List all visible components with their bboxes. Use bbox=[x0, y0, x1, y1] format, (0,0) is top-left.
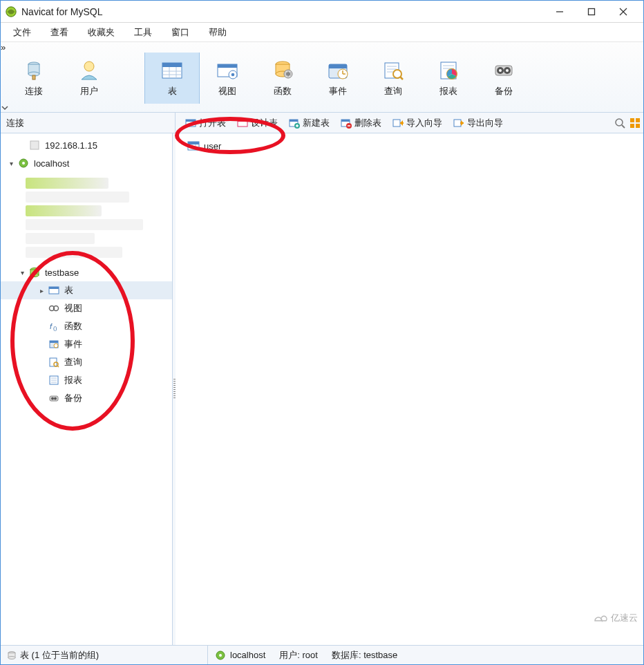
svg-point-93 bbox=[54, 397, 57, 400]
menu-window[interactable]: 窗口 bbox=[162, 24, 199, 41]
tree-connection[interactable]: 192.168.1.15 bbox=[1, 136, 175, 154]
chevron-down-icon[interactable]: ▾ bbox=[6, 160, 16, 167]
tree-node-label: 查询 bbox=[64, 356, 82, 368]
connection-icon bbox=[22, 59, 46, 82]
table-item[interactable]: user bbox=[182, 138, 226, 154]
search-icon[interactable] bbox=[614, 118, 625, 129]
toolbar-overflow-icon[interactable]: » bbox=[1, 42, 6, 53]
svg-point-10 bbox=[84, 62, 94, 71]
svg-line-86 bbox=[57, 366, 59, 367]
new-table-button[interactable]: 新建表 bbox=[283, 115, 335, 131]
chevron-right-icon[interactable]: ▸ bbox=[37, 287, 46, 294]
design-table-button[interactable]: 设计表 bbox=[231, 115, 283, 131]
grid-view-icon[interactable] bbox=[629, 118, 641, 129]
svg-rect-50 bbox=[290, 120, 298, 122]
titlebar: Navicat for MySQL bbox=[1, 1, 643, 23]
tree-node[interactable]: 事件 bbox=[1, 335, 175, 353]
export-wizard-button[interactable]: 导出向导 bbox=[448, 115, 509, 131]
open-table-icon bbox=[185, 118, 196, 129]
tree-node[interactable]: ▸表 bbox=[1, 281, 175, 299]
tree-database[interactable]: ▾ testbase bbox=[1, 263, 175, 281]
menu-view[interactable]: 查看 bbox=[41, 24, 78, 41]
maximize-button[interactable] bbox=[576, 2, 607, 21]
view-icon bbox=[216, 59, 239, 82]
svg-point-103 bbox=[219, 654, 222, 657]
toolbar-report[interactable]: 报表 bbox=[421, 53, 476, 104]
tree-node[interactable]: 查询 bbox=[1, 353, 175, 371]
main-toolbar: 连接 用户 表 视图 bbox=[1, 53, 643, 104]
user-icon bbox=[77, 59, 101, 82]
tree-node-label: 表 bbox=[64, 284, 73, 297]
report-node-icon bbox=[48, 374, 60, 386]
svg-rect-66 bbox=[630, 124, 634, 128]
svg-rect-95 bbox=[188, 142, 199, 144]
design-table-icon bbox=[237, 118, 248, 129]
tree-node[interactable]: 备份 bbox=[1, 389, 175, 407]
toolbar-view[interactable]: 视图 bbox=[200, 53, 255, 104]
toolbar-function[interactable]: 函数 bbox=[255, 53, 310, 104]
svg-rect-82 bbox=[50, 341, 58, 343]
svg-point-20 bbox=[231, 73, 235, 77]
svg-rect-68 bbox=[30, 141, 39, 149]
tree-node-label: 视图 bbox=[64, 302, 82, 315]
svg-point-70 bbox=[22, 162, 25, 165]
svg-rect-75 bbox=[49, 287, 59, 289]
status-host: localhost bbox=[230, 650, 265, 660]
svg-rect-55 bbox=[341, 120, 350, 122]
menu-help[interactable]: 帮助 bbox=[199, 24, 236, 41]
toolbar-dropdown-icon[interactable] bbox=[1, 104, 643, 112]
tree-node[interactable]: f()函数 bbox=[1, 317, 175, 335]
svg-rect-3 bbox=[589, 8, 595, 15]
tree-node-label: 事件 bbox=[64, 338, 82, 350]
tree-node[interactable]: 报表 bbox=[1, 371, 175, 389]
svg-point-62 bbox=[616, 119, 623, 126]
tree-node-label: 报表 bbox=[64, 374, 82, 386]
toolbar-query[interactable]: 查询 bbox=[366, 53, 421, 104]
svg-rect-12 bbox=[162, 63, 182, 67]
table-icon bbox=[187, 140, 200, 152]
toolbar-connection[interactable]: 连接 bbox=[6, 53, 61, 104]
statusbar: 表 (1 位于当前的组) localhost 用户: root 数据库: tes… bbox=[1, 645, 643, 664]
backup-node-icon bbox=[48, 392, 60, 404]
import-wizard-icon bbox=[392, 118, 404, 129]
menu-favorites[interactable]: 收藏夹 bbox=[78, 24, 124, 41]
toolbar-user[interactable]: 用户 bbox=[61, 53, 117, 104]
svg-rect-67 bbox=[636, 124, 640, 128]
toolbar-backup[interactable]: 备份 bbox=[476, 53, 531, 104]
tree-node-label: 函数 bbox=[64, 320, 82, 332]
close-button[interactable] bbox=[607, 2, 639, 21]
connection-panel-header: 连接 bbox=[1, 113, 176, 133]
object-list: user bbox=[176, 133, 643, 645]
status-left-text: 表 (1 位于当前的组) bbox=[20, 649, 99, 662]
open-table-button[interactable]: 打开表 bbox=[180, 115, 231, 131]
query-icon bbox=[381, 59, 405, 82]
app-icon bbox=[5, 6, 17, 18]
svg-line-63 bbox=[622, 125, 625, 128]
svg-line-35 bbox=[400, 77, 403, 79]
svg-point-101 bbox=[8, 656, 15, 659]
query-node-icon bbox=[48, 356, 60, 368]
menu-file[interactable]: 文件 bbox=[3, 24, 41, 41]
fn-node-icon: f() bbox=[48, 320, 60, 332]
toolbar-table[interactable]: 表 bbox=[144, 53, 200, 104]
toolbar-event[interactable]: 事件 bbox=[310, 53, 366, 104]
svg-rect-18 bbox=[218, 64, 237, 68]
tree-node[interactable]: 视图 bbox=[1, 299, 175, 317]
status-database: 数据库: testbase bbox=[332, 649, 397, 662]
svg-rect-65 bbox=[636, 118, 640, 122]
chevron-down-icon[interactable]: ▾ bbox=[17, 269, 27, 277]
watermark: 亿速云 bbox=[593, 612, 638, 624]
svg-point-92 bbox=[51, 397, 54, 400]
export-wizard-icon bbox=[453, 118, 464, 129]
svg-rect-26 bbox=[329, 64, 347, 68]
menubar: 文件 查看 收藏夹 工具 窗口 帮助 bbox=[1, 23, 643, 42]
delete-table-button[interactable]: 删除表 bbox=[335, 115, 387, 131]
import-wizard-button[interactable]: 导入向导 bbox=[387, 115, 448, 131]
server-on-icon bbox=[215, 650, 226, 661]
minimize-button[interactable] bbox=[544, 2, 576, 21]
tree-connection[interactable]: ▾ localhost bbox=[1, 154, 175, 172]
svg-text:(): () bbox=[53, 325, 57, 331]
svg-rect-48 bbox=[238, 120, 247, 122]
menu-tools[interactable]: 工具 bbox=[124, 24, 162, 41]
backup-icon bbox=[492, 59, 515, 82]
